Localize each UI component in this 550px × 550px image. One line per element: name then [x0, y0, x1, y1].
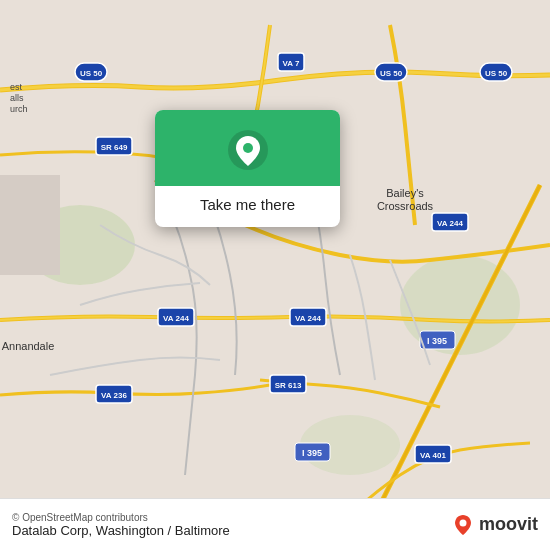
- osm-attribution: © OpenStreetMap contributors: [12, 512, 230, 523]
- svg-text:Bailey's: Bailey's: [386, 187, 424, 199]
- take-me-there-button[interactable]: Take me there: [184, 186, 311, 227]
- svg-text:VA 7: VA 7: [283, 59, 300, 68]
- svg-text:alls: alls: [10, 93, 24, 103]
- svg-text:US 50: US 50: [380, 69, 403, 78]
- map-container: I 395 I 395 US 50 US 50 US 50 VA 7 VA 7 …: [0, 0, 550, 550]
- svg-point-40: [243, 143, 253, 153]
- svg-text:I 395: I 395: [302, 448, 322, 458]
- svg-text:I 395: I 395: [427, 336, 447, 346]
- svg-rect-4: [0, 175, 60, 275]
- svg-text:US 50: US 50: [80, 69, 103, 78]
- svg-text:VA 244: VA 244: [437, 219, 463, 228]
- svg-text:VA 401: VA 401: [420, 451, 446, 460]
- svg-text:SR 649: SR 649: [101, 143, 128, 152]
- location-title: Datalab Corp, Washington / Baltimore: [12, 523, 230, 538]
- moovit-logo: moovit: [451, 513, 538, 537]
- svg-text:Annandale: Annandale: [2, 340, 55, 352]
- svg-text:Crossroads: Crossroads: [377, 200, 434, 212]
- bottom-left: © OpenStreetMap contributors Datalab Cor…: [12, 512, 230, 538]
- bottom-bar: © OpenStreetMap contributors Datalab Cor…: [0, 498, 550, 550]
- svg-text:US 50: US 50: [485, 69, 508, 78]
- svg-text:VA 244: VA 244: [295, 314, 321, 323]
- copyright-symbol: ©: [12, 512, 19, 523]
- svg-point-41: [459, 519, 466, 526]
- location-name: Datalab Corp: [12, 523, 89, 538]
- popup-green-area: [155, 110, 340, 186]
- svg-text:urch: urch: [10, 104, 28, 114]
- moovit-brand-text: moovit: [479, 514, 538, 535]
- svg-text:est: est: [10, 82, 23, 92]
- osm-text: OpenStreetMap contributors: [22, 512, 148, 523]
- moovit-pin-icon: [451, 513, 475, 537]
- svg-text:VA 236: VA 236: [101, 391, 127, 400]
- location-region: Washington / Baltimore: [96, 523, 230, 538]
- svg-text:VA 244: VA 244: [163, 314, 189, 323]
- location-pin-icon: [226, 128, 270, 172]
- map-svg: I 395 I 395 US 50 US 50 US 50 VA 7 VA 7 …: [0, 0, 550, 550]
- svg-text:SR 613: SR 613: [275, 381, 302, 390]
- popup-card[interactable]: Take me there: [155, 110, 340, 227]
